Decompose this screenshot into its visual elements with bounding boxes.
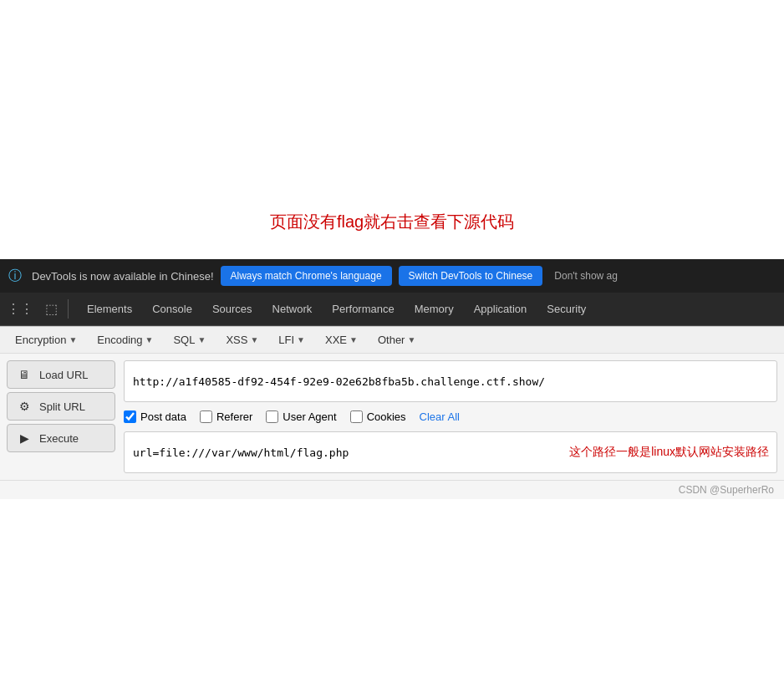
lfi-arrow-icon: ▼ xyxy=(297,335,305,344)
devtools-tabs-bar: ⋮⋮ ⬚ Elements Console Sources Network Pe… xyxy=(0,293,784,326)
tab-security[interactable]: Security xyxy=(537,293,596,326)
execute-label: Execute xyxy=(39,432,79,445)
xxe-arrow-icon: ▼ xyxy=(349,335,358,344)
referer-checkbox-label[interactable]: Referer xyxy=(200,410,252,423)
devtools-notify-bar: ⓘ DevTools is now available in Chinese! … xyxy=(0,259,784,293)
post-data-wrapper: 这个路径一般是linux默认网站安装路径 xyxy=(124,431,777,473)
menu-lfi[interactable]: LFI ▼ xyxy=(270,330,313,349)
hackbar: Encryption ▼ Encoding ▼ SQL ▼ XSS ▼ LFI … xyxy=(0,326,784,480)
devtools-menu-icon[interactable]: ⋮⋮ xyxy=(3,299,37,319)
xss-arrow-icon: ▼ xyxy=(250,335,258,344)
hackbar-menu-row: Encryption ▼ Encoding ▼ SQL ▼ XSS ▼ LFI … xyxy=(0,327,784,354)
clear-all-button[interactable]: Clear All xyxy=(420,410,460,423)
sql-arrow-icon: ▼ xyxy=(197,335,206,344)
menu-other[interactable]: Other ▼ xyxy=(369,330,424,349)
url-input[interactable] xyxy=(124,360,777,402)
info-icon: ⓘ xyxy=(8,268,22,285)
execute-button[interactable]: ▶ Execute xyxy=(7,424,115,452)
tab-elements[interactable]: Elements xyxy=(77,293,142,326)
menu-encryption-label: Encryption xyxy=(15,334,66,346)
post-data-input[interactable] xyxy=(124,431,777,473)
menu-xxe-label: XXE xyxy=(325,334,347,346)
dont-show-text[interactable]: Don't show ag xyxy=(554,270,618,282)
devtools-inspect-icon[interactable]: ⬚ xyxy=(42,299,61,319)
other-arrow-icon: ▼ xyxy=(407,335,415,344)
execute-icon: ▶ xyxy=(16,430,33,446)
tab-icon-group: ⋮⋮ ⬚ xyxy=(3,299,69,319)
menu-encoding[interactable]: Encoding ▼ xyxy=(89,330,161,349)
tab-network[interactable]: Network xyxy=(262,293,323,326)
checkboxes-row: Post data Referer User Agent Cookies Cle… xyxy=(124,407,777,426)
user-agent-checkbox-label[interactable]: User Agent xyxy=(266,410,336,423)
tab-memory[interactable]: Memory xyxy=(405,293,464,326)
menu-sql-label: SQL xyxy=(173,334,195,346)
match-language-button[interactable]: Always match Chrome's language xyxy=(221,266,392,286)
load-url-icon: 🖥 xyxy=(16,366,33,383)
load-url-button[interactable]: 🖥 Load URL xyxy=(7,360,115,389)
hint-text: 页面没有flag就右击查看下源代码 xyxy=(270,211,514,233)
hackbar-input-group: Post data Referer User Agent Cookies Cle… xyxy=(124,360,777,473)
menu-xxe[interactable]: XXE ▼ xyxy=(317,330,366,349)
footer-text: CSDN @SuperherRo xyxy=(679,484,774,496)
cookies-checkbox-label[interactable]: Cookies xyxy=(350,410,406,423)
split-url-icon: ⚙ xyxy=(16,398,33,415)
hackbar-button-group: 🖥 Load URL ⚙ Split URL ▶ Execute xyxy=(7,360,124,452)
cookies-checkbox[interactable] xyxy=(350,410,363,423)
menu-xss[interactable]: XSS ▼ xyxy=(217,330,267,349)
post-data-checkbox[interactable] xyxy=(124,410,136,423)
menu-encoding-label: Encoding xyxy=(97,334,142,346)
menu-encryption[interactable]: Encryption ▼ xyxy=(7,330,85,349)
menu-xss-label: XSS xyxy=(226,334,247,346)
hackbar-actions-row: 🖥 Load URL ⚙ Split URL ▶ Execute Post da… xyxy=(0,354,784,480)
footer: CSDN @SuperherRo xyxy=(0,480,784,499)
referer-label: Referer xyxy=(216,410,252,423)
switch-chinese-button[interactable]: Switch DevTools to Chinese xyxy=(399,266,543,286)
hint-area: 页面没有flag就右击查看下源代码 xyxy=(0,184,784,259)
notify-text: DevTools is now available in Chinese! xyxy=(32,270,214,283)
menu-other-label: Other xyxy=(378,334,405,346)
split-url-button[interactable]: ⚙ Split URL xyxy=(7,392,115,421)
load-url-label: Load URL xyxy=(39,369,89,381)
post-data-label: Post data xyxy=(140,410,186,423)
cookies-label: Cookies xyxy=(367,410,406,423)
post-data-checkbox-label[interactable]: Post data xyxy=(124,410,186,423)
split-url-label: Split URL xyxy=(39,400,85,413)
user-agent-checkbox[interactable] xyxy=(266,410,278,423)
user-agent-label: User Agent xyxy=(283,410,336,423)
menu-sql[interactable]: SQL ▼ xyxy=(165,330,214,349)
tab-console[interactable]: Console xyxy=(142,293,202,326)
code-area xyxy=(0,0,784,184)
encoding-arrow-icon: ▼ xyxy=(145,335,154,344)
menu-lfi-label: LFI xyxy=(278,334,294,346)
tab-performance[interactable]: Performance xyxy=(322,293,404,326)
tab-sources[interactable]: Sources xyxy=(202,293,262,326)
encryption-arrow-icon: ▼ xyxy=(69,335,77,344)
referer-checkbox[interactable] xyxy=(200,410,212,423)
tab-application[interactable]: Application xyxy=(464,293,537,326)
